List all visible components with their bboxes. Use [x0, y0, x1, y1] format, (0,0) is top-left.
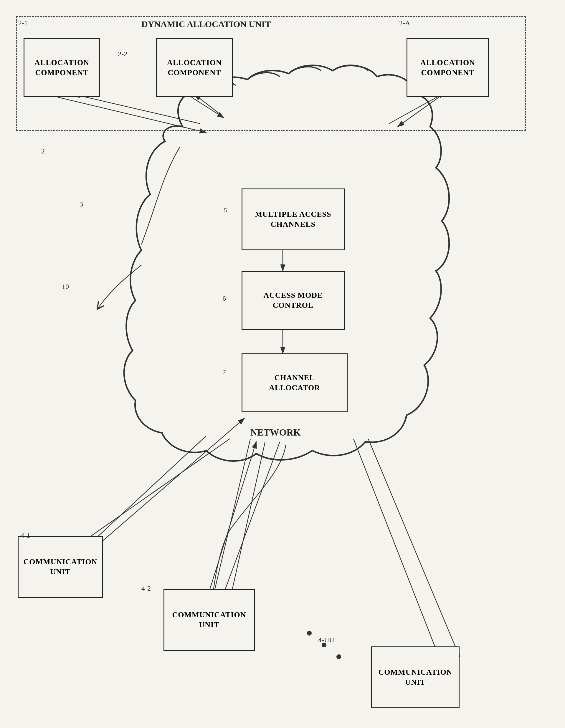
ref-5: 5: [224, 206, 227, 214]
communication-unit-3: COMMUNICATIONUNIT: [371, 646, 460, 708]
comm1-text: COMMUNICATIONUNIT: [24, 557, 98, 577]
allocation-component-1: ALLOCATION COMPONENT: [24, 38, 100, 97]
ref-7: 7: [222, 368, 226, 376]
dynamic-allocation-unit-label: DYNAMIC ALLOCATION UNIT: [141, 19, 271, 29]
ref-10: 10: [62, 283, 69, 291]
access-mode-control: ACCESS MODECONTROL: [242, 271, 345, 330]
multiple-access-text: MULTIPLE ACCESSCHANNELS: [255, 209, 331, 229]
network-label: NETWORK: [250, 427, 301, 438]
diagram: DYNAMIC ALLOCATION UNIT ALLOCATION COMPO…: [0, 0, 565, 728]
svg-line-7: [82, 436, 206, 551]
svg-line-14: [353, 439, 439, 657]
channel-allocator-text: CHANNELALLOCATOR: [269, 373, 320, 393]
ref-2-1: 2-1: [18, 19, 28, 27]
ref-6: 6: [222, 294, 226, 302]
channel-allocator: CHANNELALLOCATOR: [242, 353, 348, 412]
communication-unit-2: COMMUNICATIONUNIT: [163, 589, 255, 651]
comm2-text: COMMUNICATIONUNIT: [172, 610, 246, 630]
alloc1-text: ALLOCATION COMPONENT: [27, 58, 96, 78]
alloc3-text: ALLOCATION COMPONENT: [410, 58, 485, 78]
ref-4-2: 4-2: [141, 585, 151, 593]
svg-line-15: [368, 439, 460, 657]
access-mode-text: ACCESS MODECONTROL: [264, 290, 323, 310]
svg-line-11: [230, 442, 265, 601]
svg-line-9: [91, 418, 244, 551]
communication-unit-1: COMMUNICATIONUNIT: [18, 536, 103, 598]
svg-line-12: [221, 442, 280, 601]
allocation-component-2: ALLOCATION COMPONENT: [156, 38, 233, 97]
allocation-component-3: ALLOCATION COMPONENT: [407, 38, 489, 97]
svg-line-13: [206, 442, 256, 601]
svg-point-16: [307, 631, 312, 636]
ref-2: 2: [41, 147, 45, 155]
ref-4-1: 4-1: [21, 532, 30, 540]
alloc2-text: ALLOCATION COMPONENT: [160, 58, 229, 78]
ref-2-A: 2-A: [399, 19, 410, 27]
svg-line-10: [212, 439, 250, 601]
ref-4-UU: 4-UU: [318, 636, 334, 644]
comm3-text: COMMUNICATIONUNIT: [379, 667, 452, 687]
ref-2-2: 2-2: [118, 50, 127, 58]
svg-point-18: [336, 654, 341, 659]
multiple-access-channels: MULTIPLE ACCESSCHANNELS: [242, 188, 345, 250]
ref-3: 3: [80, 200, 83, 208]
